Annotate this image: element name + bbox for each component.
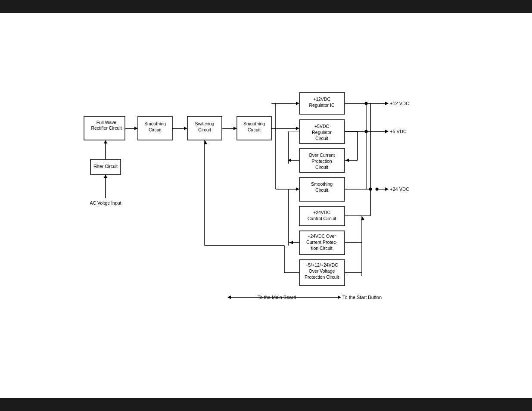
- svg-text:Smoothing: Smoothing: [144, 121, 166, 126]
- svg-text:Circuit: Circuit: [248, 127, 261, 132]
- svg-text:Smoothing: Smoothing: [243, 121, 265, 126]
- svg-marker-97: [361, 217, 364, 220]
- svg-text:Circuit: Circuit: [198, 127, 211, 132]
- svg-text:+12 VDC: +12 VDC: [390, 101, 409, 106]
- svg-text:Regulator IC: Regulator IC: [309, 103, 335, 108]
- svg-marker-100: [227, 296, 231, 299]
- svg-text:+5 VDC: +5 VDC: [390, 129, 407, 134]
- svg-marker-47: [184, 127, 187, 130]
- svg-text:Circuit: Circuit: [315, 187, 328, 193]
- svg-marker-69: [288, 159, 291, 162]
- svg-text:Full Wave: Full Wave: [96, 120, 116, 125]
- svg-text:To the Start Button: To the Start Button: [342, 295, 382, 300]
- svg-text:Rectifier Circuit: Rectifier Circuit: [91, 125, 121, 131]
- svg-text:Circuit: Circuit: [315, 165, 328, 170]
- svg-marker-103: [338, 296, 341, 299]
- svg-text:+24VDC Over: +24VDC Over: [308, 234, 336, 239]
- svg-text:Circuit: Circuit: [315, 136, 328, 141]
- svg-text:+24VDC: +24VDC: [313, 210, 330, 215]
- diagram-area: Full Wave Rectifier Circuit Filter Circu…: [0, 13, 532, 398]
- svg-text:Regulator: Regulator: [312, 130, 332, 135]
- svg-marker-94: [204, 141, 207, 144]
- svg-marker-54: [296, 102, 299, 105]
- svg-text:+5VDC: +5VDC: [314, 124, 330, 129]
- svg-marker-89: [289, 241, 293, 244]
- svg-text:Over Voltage: Over Voltage: [309, 268, 335, 274]
- svg-marker-49: [233, 127, 237, 130]
- bottom-bar: [0, 398, 532, 411]
- svg-text:Switching: Switching: [195, 121, 215, 126]
- svg-marker-61: [385, 102, 389, 105]
- svg-text:+24 VDC: +24 VDC: [390, 187, 409, 192]
- svg-text:Smoothing: Smoothing: [311, 181, 333, 187]
- svg-marker-85: [345, 159, 349, 162]
- svg-marker-45: [134, 127, 138, 130]
- svg-marker-66: [385, 130, 389, 133]
- svg-text:Control Circuit: Control Circuit: [308, 216, 336, 221]
- svg-text:+5/+12/+24VDC: +5/+12/+24VDC: [305, 262, 338, 268]
- svg-marker-78: [385, 187, 389, 191]
- svg-text:AC Voltge Input: AC Voltge Input: [90, 200, 121, 206]
- svg-marker-40: [104, 174, 107, 178]
- svg-marker-51: [296, 127, 299, 130]
- svg-marker-43: [104, 140, 107, 143]
- top-bar: [0, 0, 532, 13]
- svg-text:Circuit: Circuit: [149, 127, 162, 132]
- svg-text:Protection: Protection: [311, 159, 332, 164]
- svg-text:Protection Circuit: Protection Circuit: [305, 274, 339, 280]
- svg-text:Current Protec-: Current Protec-: [306, 240, 337, 245]
- svg-text:Filter Circuit: Filter Circuit: [93, 164, 118, 169]
- svg-text:Over Current: Over Current: [309, 153, 335, 158]
- svg-text:tion Circuit: tion Circuit: [311, 246, 333, 251]
- svg-text:+12VDC: +12VDC: [313, 97, 330, 102]
